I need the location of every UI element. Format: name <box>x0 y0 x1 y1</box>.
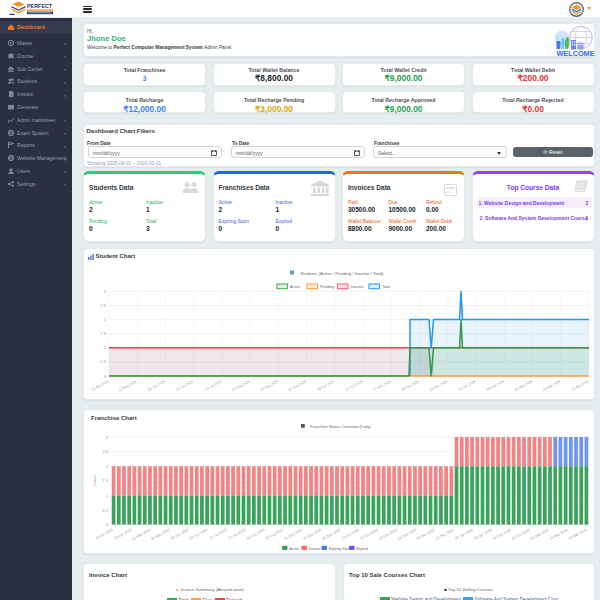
svg-text:Expired: Expired <box>357 547 369 551</box>
svg-text:WELCOME: WELCOME <box>556 49 594 58</box>
svg-text:05 Jan 2026: 05 Jan 2026 <box>454 528 473 541</box>
svg-text:21 Jul 2025: 21 Jul 2025 <box>228 528 246 540</box>
svg-text:08 Dec 2025: 08 Dec 2025 <box>416 528 436 541</box>
svg-text:04 Aug 2025: 04 Aug 2025 <box>231 379 250 392</box>
svg-text:Expiring Soon: Expiring Soon <box>329 547 350 551</box>
svg-text:12 May 2025: 12 May 2025 <box>131 528 151 541</box>
svg-text:26 May 2025: 26 May 2025 <box>150 528 170 541</box>
svg-text:19 Jan 2026: 19 Jan 2026 <box>473 528 492 541</box>
svg-text:13 Oct 2025: 13 Oct 2025 <box>341 528 360 541</box>
svg-text:18 Aug 2025: 18 Aug 2025 <box>264 528 284 541</box>
svg-text:16 Mar 2026: 16 Mar 2026 <box>549 528 569 541</box>
svg-text:02 Mar 2026: 02 Mar 2026 <box>530 528 550 541</box>
svg-text:27 Oct 2025: 27 Oct 2025 <box>345 379 364 392</box>
svg-text:27 Oct 2025: 27 Oct 2025 <box>360 528 379 541</box>
svg-text:1.5: 1.5 <box>100 331 106 336</box>
svg-text:Franchise Status Overview (Dai: Franchise Status Overview (Daily) <box>310 424 371 429</box>
svg-text:Active: Active <box>290 547 299 551</box>
svg-text:09 Jun 2025: 09 Jun 2025 <box>170 528 189 541</box>
svg-text:Inactive: Inactive <box>309 547 321 551</box>
svg-text:12 May 2025: 12 May 2025 <box>118 379 138 392</box>
svg-text:21 Apr 2025: 21 Apr 2025 <box>91 379 110 391</box>
svg-text:0.5: 0.5 <box>102 508 108 513</box>
svg-text:10 Nov 2025: 10 Nov 2025 <box>378 528 398 541</box>
svg-text:01 Sep 2025: 01 Sep 2025 <box>283 528 303 541</box>
svg-text:04 Aug 2025: 04 Aug 2025 <box>245 528 265 541</box>
svg-text:23 Jun 2025: 23 Jun 2025 <box>175 379 194 392</box>
svg-text:09 Feb 2026: 09 Feb 2026 <box>486 379 505 392</box>
svg-text:1: 1 <box>104 345 107 350</box>
svg-text:2: 2 <box>106 464 109 469</box>
svg-text:1.5: 1.5 <box>102 478 108 483</box>
svg-text:Active: Active <box>290 285 300 289</box>
svg-text:28 Apr 2025: 28 Apr 2025 <box>113 528 132 541</box>
svg-text:19 Jan 2026: 19 Jan 2026 <box>458 379 477 392</box>
svg-text:30 Mar 2026: 30 Mar 2026 <box>568 528 588 541</box>
svg-text:08 Dec 2025: 08 Dec 2025 <box>401 379 420 392</box>
svg-text:23 Mar 2026: 23 Mar 2026 <box>542 379 561 392</box>
svg-text:2.5: 2.5 <box>100 303 106 308</box>
svg-text:17 Nov 2025: 17 Nov 2025 <box>372 379 391 392</box>
svg-text:25 Aug 2025: 25 Aug 2025 <box>260 379 279 392</box>
svg-text:16 Feb 2026: 16 Feb 2026 <box>511 528 531 541</box>
svg-text:Pending: Pending <box>320 285 334 289</box>
svg-text:13 Apr 2026: 13 Apr 2026 <box>571 379 590 391</box>
svg-text:15 Sep 2025: 15 Sep 2025 <box>288 379 307 392</box>
svg-text:29 Sep 2025: 29 Sep 2025 <box>321 528 341 541</box>
svg-text:Students (Active / Pending / I: Students (Active / Pending / Inactive / … <box>300 271 384 276</box>
svg-text:3: 3 <box>104 289 107 294</box>
svg-text:14 Jul 2025: 14 Jul 2025 <box>205 379 223 391</box>
svg-text:06 Oct 2025: 06 Oct 2025 <box>317 379 336 392</box>
svg-text:07 Jul 2025: 07 Jul 2025 <box>209 528 227 540</box>
svg-text:15 Sep 2025: 15 Sep 2025 <box>302 528 322 541</box>
svg-text:0.5: 0.5 <box>100 359 106 364</box>
svg-text:0: 0 <box>106 522 109 527</box>
svg-text:24 Nov 2025: 24 Nov 2025 <box>397 528 417 541</box>
svg-text:3: 3 <box>106 435 109 440</box>
svg-text:2: 2 <box>104 317 107 322</box>
svg-text:23 Jun 2025: 23 Jun 2025 <box>189 528 208 541</box>
svg-text:Count: Count <box>92 475 97 487</box>
svg-text:2.5: 2.5 <box>102 449 108 454</box>
svg-text:1: 1 <box>106 493 109 498</box>
svg-text:02 Mar 2026: 02 Mar 2026 <box>514 379 533 392</box>
svg-text:Total: Total <box>382 285 390 289</box>
svg-text:0: 0 <box>104 374 107 379</box>
svg-text:22 Dec 2025: 22 Dec 2025 <box>435 528 455 541</box>
svg-text:PERFECT: PERFECT <box>27 3 53 9</box>
svg-text:29 Dec 2025: 29 Dec 2025 <box>429 379 448 392</box>
svg-text:14 Apr 2025: 14 Apr 2025 <box>94 528 113 541</box>
svg-text:Inactive: Inactive <box>351 285 364 289</box>
svg-text:02 Feb 2026: 02 Feb 2026 <box>492 528 512 541</box>
svg-text:02 Jun 2025: 02 Jun 2025 <box>147 379 166 392</box>
